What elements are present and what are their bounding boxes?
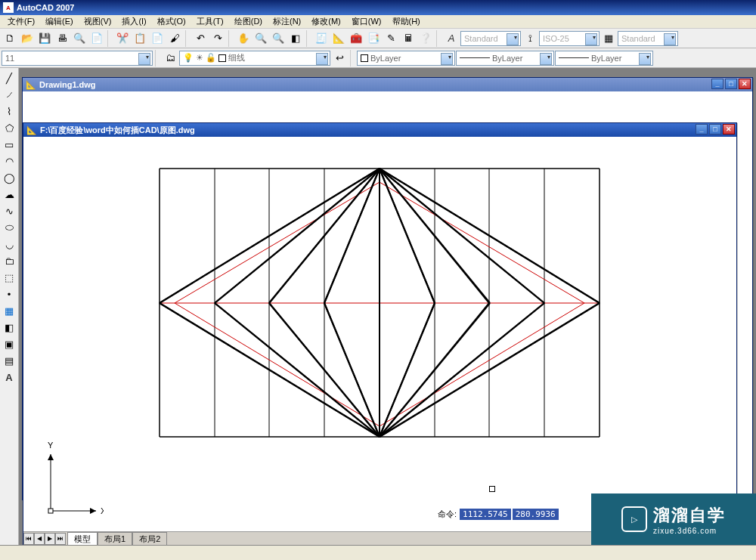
separator (155, 50, 160, 67)
dim-style-icon[interactable]: ⟟ (522, 30, 538, 47)
text-style-combo[interactable]: Standard (460, 31, 521, 46)
dc-icon[interactable]: 📐 (330, 30, 347, 47)
markup-icon[interactable]: ✎ (383, 30, 399, 47)
tab-next-button[interactable]: ▶ (45, 533, 55, 545)
tab-first-button[interactable]: ⏮ (23, 533, 34, 545)
gradient-icon[interactable]: ◧ (1, 319, 17, 336)
menu-view[interactable]: 视图(V) (79, 15, 116, 28)
menu-insert[interactable]: 插入(I) (117, 15, 150, 28)
menu-modify[interactable]: 修改(M) (307, 15, 345, 28)
layer-manager-icon[interactable]: 🗂 (162, 50, 178, 67)
pline-icon[interactable]: ⌇ (1, 103, 17, 119)
minimize-button[interactable]: _ (696, 124, 708, 135)
table-style-icon[interactable]: ▦ (600, 30, 617, 47)
menu-tools[interactable]: 工具(T) (192, 15, 228, 28)
copy-icon[interactable]: 📋 (132, 30, 148, 47)
spline-icon[interactable]: ∿ (1, 203, 17, 219)
toolpal-icon[interactable]: 🧰 (348, 30, 364, 47)
doc-title: F:\百度经验\word中如何插CAD\原图.dwg (40, 125, 195, 136)
separator (436, 30, 441, 47)
menu-file[interactable]: 文件(F) (3, 15, 39, 28)
menu-dimension[interactable]: 标注(N) (268, 15, 305, 28)
paste-icon[interactable]: 📄 (149, 30, 166, 47)
polygon-icon[interactable]: ⬠ (1, 119, 17, 136)
rectangle-icon[interactable]: ▭ (1, 136, 17, 153)
zoom-prev-icon[interactable]: 🔍 (270, 30, 287, 47)
menubar: 文件(F) 编辑(E) 视图(V) 插入(I) 格式(O) 工具(T) 绘图(D… (0, 15, 756, 29)
sun-icon: ☀ (196, 53, 203, 63)
color-combo[interactable]: ByLayer (357, 51, 455, 66)
window-controls: _ □ ✕ (711, 79, 751, 89)
publish-icon[interactable]: 📄 (88, 30, 105, 47)
layer-combo[interactable]: 💡 ☀ 🔓 细线 (179, 51, 330, 66)
lineweight-combo[interactable]: 11 (2, 51, 153, 66)
layer-prev-icon[interactable]: ↩ (331, 50, 348, 67)
linetype-combo[interactable]: ByLayer (456, 51, 554, 66)
menu-format[interactable]: 格式(O) (153, 15, 191, 28)
tab-last-button[interactable]: ⏭ (55, 533, 66, 545)
close-button[interactable]: ✕ (739, 79, 751, 89)
ellipse-icon[interactable]: ⬭ (1, 219, 17, 236)
properties-icon[interactable]: 🧾 (313, 30, 330, 47)
separator (185, 30, 190, 47)
zoom-win-icon[interactable]: ◧ (287, 30, 304, 47)
maximize-button[interactable]: □ (709, 124, 721, 135)
open-icon[interactable]: 📂 (19, 30, 36, 47)
text-style-icon[interactable]: A (443, 30, 460, 47)
menu-window[interactable]: 窗口(W) (347, 15, 386, 28)
undo-icon[interactable]: ↶ (192, 30, 209, 47)
redo-icon[interactable]: ↷ (209, 30, 226, 47)
separator (107, 30, 112, 47)
coord-y: 280.9936 (513, 509, 559, 520)
table-icon[interactable]: ▤ (1, 352, 17, 369)
ellipse-arc-icon[interactable]: ◡ (1, 236, 17, 252)
save-icon[interactable]: 💾 (36, 30, 53, 47)
coord-x: 1112.5745 (460, 509, 511, 520)
make-block-icon[interactable]: ⬚ (1, 269, 17, 286)
dim-style-combo[interactable]: ISO-25 (539, 31, 600, 46)
tab-prev-button[interactable]: ◀ (34, 533, 45, 545)
xline-icon[interactable]: ⟋ (1, 86, 17, 103)
tab-layout2[interactable]: 布局2 (132, 532, 167, 546)
preview-icon[interactable]: 🔍 (71, 30, 88, 47)
drawing-canvas[interactable]: X Y 命令: 1112.5745 280.9936 ⏮ ◀ ▶ ⏭ 模型 (23, 137, 736, 545)
new-icon[interactable]: 🗋 (2, 30, 18, 47)
doc-titlebar-inactive[interactable]: 📐 Drawing1.dwg _ □ ✕ (23, 78, 752, 91)
hatch-icon[interactable]: ▦ (1, 302, 17, 319)
menu-edit[interactable]: 编辑(E) (41, 15, 78, 28)
tab-model[interactable]: 模型 (67, 532, 98, 546)
zoom-rt-icon[interactable]: 🔍 (253, 30, 269, 47)
help-icon[interactable]: ❔ (417, 30, 434, 47)
arc-icon[interactable]: ◠ (1, 153, 17, 169)
table-style-combo[interactable]: Standard (618, 31, 678, 46)
separator (306, 30, 311, 47)
calc-icon[interactable]: 🖩 (400, 30, 417, 47)
insert-block-icon[interactable]: 🗀 (1, 252, 17, 269)
lweight-combo[interactable]: ByLayer (555, 51, 653, 66)
ssm-icon[interactable]: 📑 (365, 30, 382, 47)
app-icon: A (3, 2, 14, 13)
circle-icon[interactable]: ◯ (1, 169, 17, 186)
doc-titlebar-active[interactable]: 📐 F:\百度经验\word中如何插CAD\原图.dwg _ □ ✕ (23, 123, 736, 137)
revcloud-icon[interactable]: ☁ (1, 186, 17, 203)
menu-draw[interactable]: 绘图(D) (230, 15, 267, 28)
match-icon[interactable]: 🖌 (166, 30, 183, 47)
pan-icon[interactable]: ✋ (235, 30, 252, 47)
menu-help[interactable]: 帮助(H) (388, 15, 425, 28)
close-button[interactable]: ✕ (723, 124, 735, 135)
maximize-button[interactable]: □ (725, 79, 737, 89)
draw-toolbar: ╱ ⟋ ⌇ ⬠ ▭ ◠ ◯ ☁ ∿ ⬭ ◡ 🗀 ⬚ • ▦ ◧ ▣ ▤ A (0, 68, 19, 545)
svg-line-42 (380, 169, 544, 303)
tab-layout1[interactable]: 布局1 (98, 532, 132, 546)
mtext-icon[interactable]: A (1, 369, 17, 385)
app-titlebar: A AutoCAD 2007 (0, 0, 756, 15)
cut-icon[interactable]: ✂️ (114, 30, 131, 47)
region-icon[interactable]: ▣ (1, 336, 17, 352)
watermark: ▷ 溜溜自学 zixue.3d66.com (591, 493, 756, 545)
line-icon[interactable]: ╱ (1, 70, 17, 86)
doc-window-active[interactable]: 📐 F:\百度经验\word中如何插CAD\原图.dwg _ □ ✕ X Y (23, 122, 737, 546)
print-icon[interactable]: 🖶 (54, 30, 70, 47)
minimize-button[interactable]: _ (711, 79, 723, 89)
point-icon[interactable]: • (1, 286, 17, 302)
cad-drawing (23, 137, 738, 533)
